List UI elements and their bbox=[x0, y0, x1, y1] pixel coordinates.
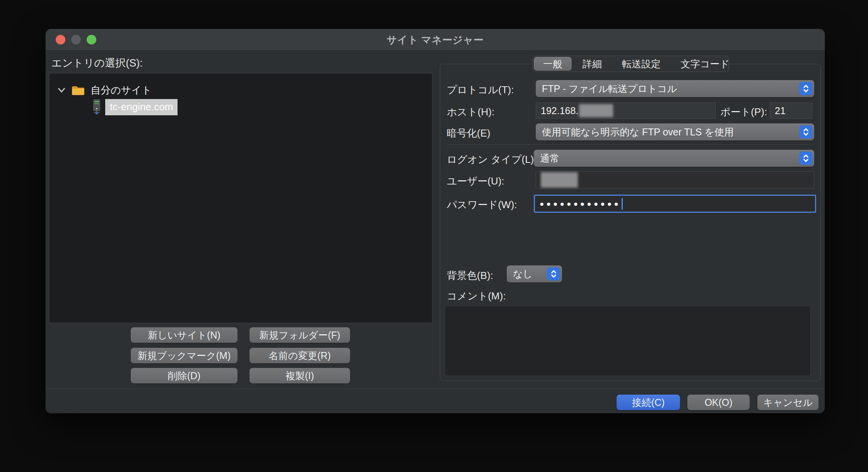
site-manager-dialog: サイト マネージャー エントリの選択(S): 自分のサイト bbox=[46, 29, 825, 413]
logon-type-select[interactable]: 通常 bbox=[534, 150, 814, 167]
settings-tabs: 一般 詳細 転送設定 文字コード bbox=[533, 56, 729, 72]
tab-general[interactable]: 一般 bbox=[534, 57, 572, 71]
host-input[interactable]: 192.168. bbox=[536, 103, 716, 119]
chevron-down-icon[interactable] bbox=[57, 87, 66, 94]
new-folder-button[interactable]: 新規フォルダー(F) bbox=[249, 327, 350, 343]
protocol-value: FTP - ファイル転送プロトコル bbox=[542, 82, 677, 95]
new-bookmark-button[interactable]: 新規ブックマーク(M) bbox=[131, 348, 238, 363]
ok-button[interactable]: OK(O) bbox=[687, 395, 750, 410]
comment-label: コメント(M): bbox=[447, 289, 506, 303]
stepper-icon bbox=[799, 82, 812, 95]
rename-button[interactable]: 名前の変更(R) bbox=[249, 348, 350, 363]
tab-advanced[interactable]: 詳細 bbox=[572, 56, 612, 72]
background-color-select[interactable]: なし bbox=[507, 265, 562, 282]
stepper-icon bbox=[799, 152, 812, 165]
logon-type-label: ログオン タイプ(L): bbox=[447, 153, 537, 166]
site-tree[interactable]: 自分のサイト tc-engine.com bbox=[49, 73, 432, 323]
host-label: ホスト(H): bbox=[447, 105, 494, 119]
footer-divider bbox=[46, 388, 825, 389]
logon-type-value: 通常 bbox=[540, 152, 559, 165]
host-value: 192.168. bbox=[541, 105, 578, 116]
stepper-icon bbox=[799, 125, 812, 139]
titlebar[interactable]: サイト マネージャー bbox=[46, 29, 825, 51]
tree-item-label: 自分のサイト bbox=[91, 84, 152, 97]
selected-site-label[interactable]: tc-engine.com bbox=[105, 99, 178, 115]
window-title: サイト マネージャー bbox=[46, 29, 825, 51]
server-icon bbox=[92, 99, 101, 115]
user-input[interactable] bbox=[536, 171, 814, 188]
comment-textarea[interactable] bbox=[445, 306, 811, 376]
cancel-button[interactable]: キャンセル bbox=[757, 395, 818, 410]
encryption-value: 使用可能なら明示的な FTP over TLS を使用 bbox=[542, 126, 734, 139]
port-label: ポート(P): bbox=[720, 105, 767, 119]
port-value: 21 bbox=[775, 105, 786, 116]
port-input[interactable]: 21 bbox=[770, 103, 812, 119]
password-input[interactable]: ●●●●●●●●●●●● bbox=[534, 195, 816, 213]
background-color-value: なし bbox=[513, 268, 533, 280]
delete-button[interactable]: 削除(D) bbox=[131, 368, 238, 383]
stepper-icon bbox=[547, 267, 560, 280]
password-dots: ●●●●●●●●●●●● bbox=[540, 200, 621, 207]
encryption-select[interactable]: 使用可能なら明示的な FTP over TLS を使用 bbox=[536, 123, 814, 140]
redacted-username bbox=[541, 172, 578, 188]
folder-icon bbox=[71, 85, 85, 96]
password-label: パスワード(W): bbox=[447, 198, 517, 212]
section-divider bbox=[447, 144, 814, 145]
protocol-label: プロトコル(T): bbox=[447, 83, 514, 97]
tab-transfer-settings[interactable]: 転送設定 bbox=[612, 56, 671, 72]
tab-charset[interactable]: 文字コード bbox=[671, 56, 740, 72]
new-site-button[interactable]: 新しいサイト(N) bbox=[131, 327, 238, 343]
redacted-host-segment bbox=[579, 104, 613, 117]
entry-select-label: エントリの選択(S): bbox=[51, 56, 143, 70]
user-label: ユーザー(U): bbox=[447, 174, 504, 188]
duplicate-button[interactable]: 複製(I) bbox=[249, 368, 350, 383]
protocol-select[interactable]: FTP - ファイル転送プロトコル bbox=[536, 80, 814, 97]
tree-item-my-sites[interactable]: 自分のサイト bbox=[57, 84, 152, 97]
encryption-label: 暗号化(E) bbox=[447, 127, 490, 140]
background-color-label: 背景色(B): bbox=[447, 269, 493, 282]
tree-item-site[interactable]: tc-engine.com bbox=[92, 99, 178, 115]
connect-button[interactable]: 接続(C) bbox=[617, 395, 680, 410]
text-caret bbox=[622, 198, 623, 210]
